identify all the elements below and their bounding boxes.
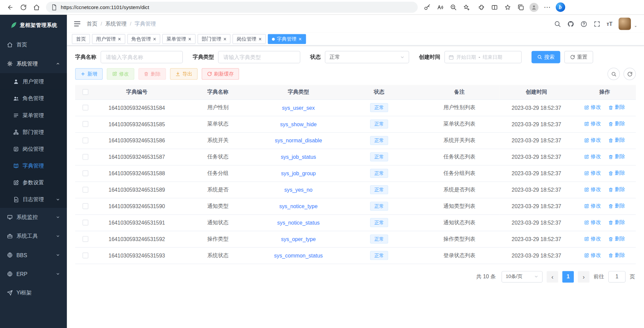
sidebar-item-dict-mgmt[interactable]: 字典管理 [0,157,67,174]
favorites-button[interactable] [502,1,514,13]
github-button[interactable] [567,20,574,28]
favorites-add-button[interactable] [460,1,473,13]
dict-type-link[interactable]: sys_user_sex [282,104,315,110]
row-delete-button[interactable]: 删除 [608,137,625,144]
bing-chat-button[interactable]: b [554,1,566,13]
dict-type-link[interactable]: sys_job_status [281,154,316,160]
fullscreen-button[interactable] [593,20,600,28]
row-edit-button[interactable]: 修改 [584,104,601,111]
dict-type-link[interactable]: sys_notice_type [279,203,318,209]
browser-home-button[interactable] [31,1,43,13]
tab-dept-mgmt[interactable]: 部门管理 × [197,34,231,44]
date-range-picker[interactable]: 开始日期 - 结束日期 [445,51,522,63]
next-page-button[interactable]: › [578,271,589,282]
help-button[interactable] [580,20,587,28]
zoom-out-button[interactable] [447,1,460,13]
sidebar-item-system[interactable]: 系统管理 [0,54,67,73]
row-checkbox[interactable] [83,203,88,209]
row-delete-button[interactable]: 删除 [608,104,625,111]
row-checkbox[interactable] [83,171,88,176]
dict-type-link[interactable]: sys_oper_type [281,236,316,242]
row-delete-button[interactable]: 删除 [608,235,625,242]
current-page-button[interactable]: 1 [562,271,574,282]
tab-menu-mgmt[interactable]: 菜单管理 × [162,34,195,44]
tab-close-icon[interactable]: × [298,36,302,42]
goto-page-input[interactable] [608,271,626,282]
row-delete-button[interactable]: 删除 [608,252,625,259]
tab-close-icon[interactable]: × [223,36,226,42]
edit-button[interactable]: 修改 [107,68,134,80]
header-search-button[interactable] [554,20,561,28]
row-delete-button[interactable]: 删除 [608,153,625,160]
row-checkbox[interactable] [83,236,88,242]
export-button[interactable]: 导出 [170,68,197,80]
sidebar-item-tools[interactable]: 系统工具 [0,227,67,245]
sidebar-item-home[interactable]: 首页 [0,35,67,54]
browser-profile-button[interactable] [528,1,540,13]
tab-close-icon[interactable]: × [188,36,191,42]
tab-user-mgmt[interactable]: 用户管理 × [92,34,125,44]
sidebar-collapse-button[interactable] [74,20,81,28]
row-edit-button[interactable]: 修改 [584,170,601,177]
dict-name-input[interactable] [101,51,183,63]
tab-home[interactable]: 首页 [72,34,90,44]
browser-menu-button[interactable]: ⋯ [541,1,553,13]
sidebar-item-yi-framework[interactable]: Yi框架 [0,283,67,302]
sidebar-item-param-settings[interactable]: 参数设置 [0,174,67,191]
dict-type-link[interactable]: sys_common_status [274,252,323,259]
breadcrumb-home[interactable]: 首页 [87,20,97,28]
row-checkbox[interactable] [83,138,88,143]
sidebar-item-log-mgmt[interactable]: 日志管理 [0,191,67,208]
dict-type-input[interactable] [218,51,301,63]
tab-close-icon[interactable]: × [153,36,156,42]
row-edit-button[interactable]: 修改 [584,235,601,242]
row-delete-button[interactable]: 删除 [608,219,625,226]
add-button[interactable]: 新增 [75,68,103,80]
row-edit-button[interactable]: 修改 [584,153,601,160]
password-key-button[interactable] [421,1,433,13]
delete-button[interactable]: 删除 [138,68,166,80]
user-avatar[interactable] [618,18,631,30]
tab-close-icon[interactable]: × [259,36,262,42]
address-bar[interactable]: https://ccnetcore.com:1101/system/dict [46,2,418,13]
sidebar-item-post-mgmt[interactable]: 岗位管理 [0,140,67,157]
tab-role-mgmt[interactable]: 角色管理 × [127,34,160,44]
reset-button[interactable]: 重置 [564,51,593,63]
row-delete-button[interactable]: 删除 [608,202,625,209]
row-checkbox[interactable] [83,121,88,127]
row-checkbox[interactable] [83,220,88,225]
sidebar-item-erp[interactable]: ERP [0,265,67,283]
row-delete-button[interactable]: 删除 [608,186,625,193]
toggle-search-button[interactable] [607,68,620,80]
row-delete-button[interactable]: 删除 [608,170,625,177]
tab-close-icon[interactable]: × [118,36,121,42]
sidebar-item-menu-mgmt[interactable]: 菜单管理 [0,107,67,124]
row-edit-button[interactable]: 修改 [584,137,601,144]
browser-refresh-button[interactable] [17,1,30,13]
row-edit-button[interactable]: 修改 [584,186,601,193]
dict-type-link[interactable]: sys_yes_no [284,187,313,193]
app-logo[interactable]: 意框架管理系统 [0,15,67,35]
split-screen-button[interactable] [489,1,501,13]
refresh-table-button[interactable] [624,68,636,80]
dict-type-link[interactable]: sys_notice_status [277,220,320,226]
extensions-button[interactable] [475,1,488,13]
sidebar-item-monitor[interactable]: 系统监控 [0,208,67,227]
row-edit-button[interactable]: 修改 [584,252,601,259]
browser-back-button[interactable] [4,1,16,13]
select-all-checkbox[interactable] [83,89,88,95]
sidebar-item-dept-mgmt[interactable]: 部门管理 [0,124,67,140]
sidebar-item-role-mgmt[interactable]: 角色管理 [0,90,67,107]
row-checkbox[interactable] [83,252,88,258]
font-size-button[interactable]: тT [606,21,612,27]
avatar-caret-icon[interactable] [634,25,638,28]
collections-button[interactable] [515,1,527,13]
prev-page-button[interactable]: ‹ [547,271,558,282]
row-checkbox[interactable] [83,154,88,160]
read-aloud-button[interactable] [434,1,447,13]
status-select[interactable]: 正常 [325,51,409,63]
row-edit-button[interactable]: 修改 [584,202,601,209]
row-edit-button[interactable]: 修改 [584,121,601,128]
dict-type-link[interactable]: sys_normal_disable [275,137,322,143]
search-button[interactable]: 搜索 [532,51,560,63]
